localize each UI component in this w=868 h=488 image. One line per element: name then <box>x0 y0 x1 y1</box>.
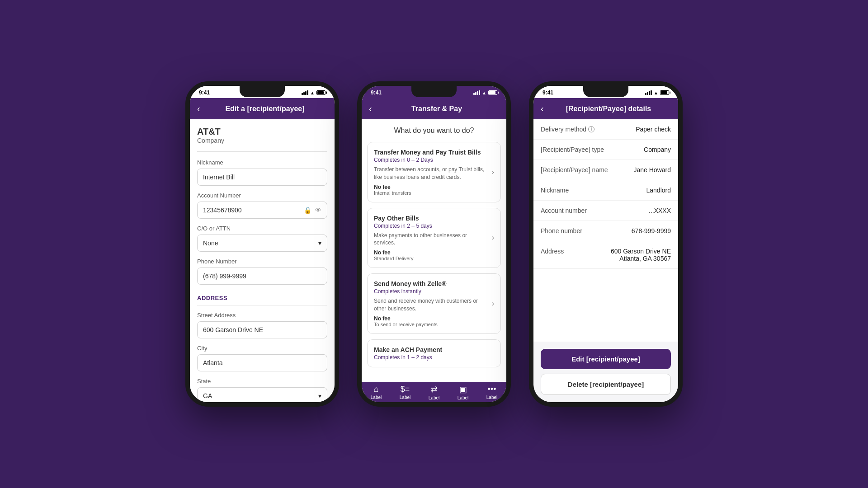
bill-icon: $= <box>401 385 410 394</box>
phone-label: Phone Number <box>197 258 327 265</box>
phone1-header: ‹ Edit a [recipient/payee] <box>190 98 335 119</box>
recipient-type: Company <box>197 137 327 144</box>
phone1-content: AT&T Company Nickname Internet Bill Acco… <box>190 119 335 402</box>
account-input[interactable]: 12345678900 🔒 👁 <box>197 202 327 219</box>
detail-recipient-name: [Recipient/Payee] name Jane Howard <box>533 160 678 180</box>
address-value: 600 Garson Drive NE Atlanta, GA 30567 <box>611 248 671 262</box>
option-ach[interactable]: Make an ACH Payment Completes in 1 – 2 d… <box>367 339 501 367</box>
phone3-back-button[interactable]: ‹ <box>541 103 552 114</box>
option2-fee: No fee <box>374 249 488 256</box>
option1-subtitle: Completes in 0 – 2 Days <box>374 157 488 163</box>
phone2-content: What do you want to do? Transfer Money a… <box>362 119 506 382</box>
chevron-right-icon3: › <box>492 300 494 308</box>
phone2-time: 9:41 <box>371 89 382 96</box>
option1-title: Transfer Money and Pay Truist Bills <box>374 149 488 156</box>
delete-recipient-button[interactable]: Delete [recipient/payee] <box>541 374 671 395</box>
co-attn-label: C/O or ATTN <box>197 225 327 232</box>
recipient-type-value: Company <box>644 146 671 153</box>
option1-fee: No fee <box>374 184 488 190</box>
account-number-value: ...XXXX <box>649 207 671 214</box>
option-pay-bills[interactable]: Pay Other Bills Completes in 2 – 5 days … <box>367 208 501 268</box>
edit-recipient-button[interactable]: Edit [recipient/payee] <box>541 349 671 369</box>
nav-more[interactable]: ••• Label <box>477 385 506 400</box>
divider1 <box>197 151 327 152</box>
phone1-time: 9:41 <box>199 89 210 96</box>
option2-desc: Make payments to other businesses or ser… <box>374 232 488 247</box>
phone3-time: 9:41 <box>542 89 553 96</box>
detail-nickname: Nickname Landlord <box>533 180 678 201</box>
camera-icon: ▣ <box>459 385 467 394</box>
eye-icon[interactable]: 👁 <box>315 206 321 214</box>
notch <box>240 86 285 97</box>
phone-number-value: 678-999-9999 <box>632 227 671 235</box>
option3-fee-sub: To send or receive payments <box>374 322 488 327</box>
option2-fee-sub: Standard Delivery <box>374 256 488 261</box>
phone3-wrapper: Delivery method i Paper check [Recipient… <box>533 119 678 402</box>
more-icon: ••• <box>488 385 496 394</box>
phone3-content: Delivery method i Paper check [Recipient… <box>533 119 678 342</box>
chevron-down-icon2: ▾ <box>318 392 321 399</box>
phone2-header: ‹ Transfer & Pay <box>362 98 506 119</box>
transfer-question: What do you want to do? <box>362 119 506 142</box>
option-zelle[interactable]: Send Money with Zelle® Completes instant… <box>367 273 501 334</box>
option2-subtitle: Completes in 2 – 5 days <box>374 223 488 229</box>
home-icon: ⌂ <box>374 385 379 394</box>
delivery-method-value: Paper check <box>636 126 671 133</box>
detail-phone-number: Phone number 678-999-9999 <box>533 221 678 241</box>
street-input[interactable]: 600 Garson Drive NE <box>197 321 327 338</box>
option4-subtitle: Completes in 1 – 2 days <box>374 354 494 361</box>
wifi-icon3: ▲ <box>654 90 658 95</box>
option2-title: Pay Other Bills <box>374 215 488 222</box>
street-label: Street Address <box>197 312 327 319</box>
option3-fee: No fee <box>374 315 488 322</box>
option3-title: Send Money with Zelle® <box>374 280 488 287</box>
state-select[interactable]: GA ▾ <box>197 387 327 402</box>
action-buttons: Edit [recipient/payee] Delete [recipient… <box>533 342 678 402</box>
option1-fee-sub: Internal transfers <box>374 190 488 196</box>
phone3-header-title: [Recipient/Payee] details <box>557 105 660 113</box>
option3-subtitle: Completes instantly <box>374 288 488 295</box>
detail-address: Address 600 Garson Drive NE Atlanta, GA … <box>533 241 678 269</box>
phone2-back-button[interactable]: ‹ <box>369 103 380 114</box>
detail-delivery-method: Delivery method i Paper check <box>533 119 678 140</box>
city-label: City <box>197 345 327 352</box>
recipient-name-value: Jane Howard <box>634 166 671 174</box>
phone1: 9:41 ▲ ‹ Edit a [recipient/payee] AT&T C… <box>185 81 339 407</box>
transfer-icon: ⇄ <box>431 385 438 394</box>
nickname-label: Nickname <box>197 159 327 166</box>
phone2: 9:41 ▲ ‹ Transfer & Pay What do you want… <box>357 81 511 407</box>
phone1-back-button[interactable]: ‹ <box>197 103 208 114</box>
chevron-right-icon1: › <box>492 168 494 176</box>
co-attn-select[interactable]: None ▾ <box>197 235 327 252</box>
phone1-header-title: Edit a [recipient/payee] <box>213 105 316 113</box>
notch2 <box>411 86 457 97</box>
state-label: State <box>197 378 327 385</box>
account-label: Account Number <box>197 192 327 199</box>
lock-icon: 🔒 <box>304 206 311 214</box>
option-transfer-money[interactable]: Transfer Money and Pay Truist Bills Comp… <box>367 142 501 202</box>
phone2-header-title: Transfer & Pay <box>385 105 488 113</box>
nav-home[interactable]: ⌂ Label <box>362 385 391 400</box>
detail-account-number: Account number ...XXXX <box>533 201 678 221</box>
phone3-header: ‹ [Recipient/Payee] details <box>533 98 678 119</box>
wifi-icon: ▲ <box>310 90 315 95</box>
nickname-input[interactable]: Internet Bill <box>197 169 327 186</box>
bottom-nav: ⌂ Label $= Label ⇄ Label ▣ Label ••• Lab… <box>362 382 506 402</box>
chevron-right-icon2: › <box>492 234 494 242</box>
notch3 <box>583 86 628 97</box>
address-section-label: Address <box>197 291 327 305</box>
nickname-value: Landlord <box>646 187 671 194</box>
option4-title: Make an ACH Payment <box>374 346 494 353</box>
detail-recipient-type: [Recipient/Payee] type Company <box>533 140 678 160</box>
phone3: 9:41 ▲ ‹ [Recipient/Payee] details <box>529 81 683 407</box>
nav-transfer[interactable]: ⇄ Label <box>420 385 448 400</box>
nav-deposit[interactable]: ▣ Label <box>448 385 477 400</box>
recipient-name: AT&T <box>197 127 327 137</box>
nav-bills[interactable]: $= Label <box>391 385 420 400</box>
city-input[interactable]: Atlanta <box>197 354 327 371</box>
info-icon[interactable]: i <box>588 126 594 132</box>
option1-desc: Transfer between accounts, or pay Truist… <box>374 166 488 181</box>
phone-input[interactable]: (678) 999-9999 <box>197 267 327 285</box>
chevron-down-icon: ▾ <box>318 239 321 247</box>
wifi-icon2: ▲ <box>482 90 486 95</box>
